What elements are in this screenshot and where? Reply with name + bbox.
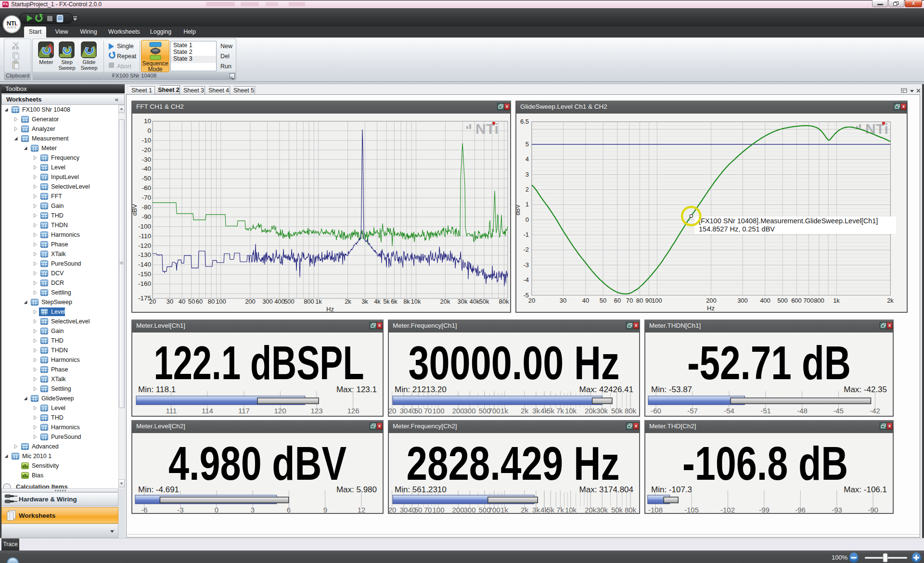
svg-text:-130: -130 bbox=[138, 251, 151, 258]
svg-text:80: 80 bbox=[208, 298, 215, 305]
svg-text:80k: 80k bbox=[499, 298, 509, 305]
svg-text:80: 80 bbox=[636, 297, 643, 304]
svg-text:1: 1 bbox=[526, 201, 529, 208]
svg-text:50: 50 bbox=[188, 298, 195, 305]
svg-text:300: 300 bbox=[262, 298, 273, 305]
svg-text:-20: -20 bbox=[141, 146, 151, 154]
svg-text:10k: 10k bbox=[411, 298, 421, 305]
svg-text:600: 600 bbox=[791, 297, 802, 304]
svg-text:-2: -2 bbox=[523, 246, 529, 253]
svg-text:400: 400 bbox=[274, 298, 285, 305]
svg-text:60: 60 bbox=[196, 298, 203, 305]
svg-text:-60: -60 bbox=[141, 184, 151, 192]
svg-text:800: 800 bbox=[304, 298, 314, 305]
svg-text:500: 500 bbox=[777, 297, 788, 304]
svg-text:500: 500 bbox=[284, 298, 295, 305]
svg-text:-10: -10 bbox=[141, 137, 151, 144]
svg-text:100: 100 bbox=[652, 297, 662, 304]
svg-text:100: 100 bbox=[216, 298, 226, 305]
svg-text:2k: 2k bbox=[887, 297, 894, 304]
svg-text:Hz: Hz bbox=[707, 305, 715, 312]
svg-text:700: 700 bbox=[803, 297, 814, 304]
svg-text:-3: -3 bbox=[523, 261, 529, 269]
svg-text:8k: 8k bbox=[403, 298, 410, 305]
svg-text:-175: -175 bbox=[138, 294, 151, 302]
svg-text:-140: -140 bbox=[138, 261, 151, 268]
svg-text:154.8527 Hz, 0.251 dBV: 154.8527 Hz, 0.251 dBV bbox=[699, 225, 775, 233]
svg-text:30k: 30k bbox=[458, 298, 468, 305]
svg-text:1k: 1k bbox=[315, 298, 322, 305]
svg-text:50k: 50k bbox=[479, 298, 489, 305]
svg-text:200: 200 bbox=[706, 297, 717, 304]
svg-text:[FX100 SNr 10408].Measurement.: [FX100 SNr 10408].Measurement.GlideSweep… bbox=[699, 217, 878, 225]
svg-text:-5: -5 bbox=[523, 292, 529, 299]
svg-text:4: 4 bbox=[526, 155, 529, 163]
svg-text:90: 90 bbox=[645, 297, 652, 304]
svg-text:Hz: Hz bbox=[326, 306, 334, 312]
svg-text:10: 10 bbox=[144, 117, 151, 125]
svg-text:-70: -70 bbox=[141, 194, 151, 201]
svg-text:dBV: dBV bbox=[132, 204, 138, 216]
svg-text:-90: -90 bbox=[141, 213, 151, 220]
svg-text:-4: -4 bbox=[523, 276, 529, 283]
svg-text:70: 70 bbox=[626, 297, 633, 304]
svg-text:3k: 3k bbox=[361, 298, 368, 305]
svg-text:-30: -30 bbox=[141, 156, 151, 163]
svg-text:50: 50 bbox=[600, 297, 606, 304]
svg-text:20: 20 bbox=[528, 297, 535, 304]
svg-text:-1: -1 bbox=[523, 231, 529, 238]
svg-text:40k: 40k bbox=[470, 298, 480, 305]
svg-text:1k: 1k bbox=[833, 297, 840, 304]
svg-text:300: 300 bbox=[737, 297, 748, 304]
svg-text:-160: -160 bbox=[138, 280, 151, 287]
svg-text:6k: 6k bbox=[391, 298, 398, 305]
svg-text:20k: 20k bbox=[440, 298, 450, 305]
svg-text:2: 2 bbox=[526, 186, 529, 193]
svg-text:-50: -50 bbox=[141, 175, 151, 182]
svg-text:dBV: dBV bbox=[516, 205, 521, 216]
svg-text:-80: -80 bbox=[141, 204, 151, 211]
svg-text:0: 0 bbox=[526, 216, 529, 223]
svg-text:200: 200 bbox=[245, 298, 256, 305]
svg-text:800: 800 bbox=[814, 297, 824, 304]
svg-text:-40: -40 bbox=[141, 165, 151, 172]
svg-text:5k: 5k bbox=[383, 298, 390, 305]
svg-text:-150: -150 bbox=[138, 270, 151, 278]
svg-text:3: 3 bbox=[526, 171, 529, 178]
svg-text:4k: 4k bbox=[374, 298, 381, 305]
svg-text:2k: 2k bbox=[345, 298, 351, 305]
svg-text:30: 30 bbox=[167, 298, 173, 305]
svg-text:30: 30 bbox=[560, 297, 566, 304]
svg-text:400: 400 bbox=[760, 297, 770, 304]
svg-text:40: 40 bbox=[179, 298, 185, 305]
svg-text:-100: -100 bbox=[138, 223, 151, 230]
svg-text:6.5: 6.5 bbox=[520, 118, 529, 125]
svg-text:40: 40 bbox=[582, 297, 589, 304]
svg-text:0: 0 bbox=[147, 127, 151, 134]
svg-text:-120: -120 bbox=[138, 242, 151, 249]
svg-text:5: 5 bbox=[526, 141, 529, 148]
svg-text:-110: -110 bbox=[139, 232, 151, 240]
svg-text:60: 60 bbox=[614, 297, 621, 304]
